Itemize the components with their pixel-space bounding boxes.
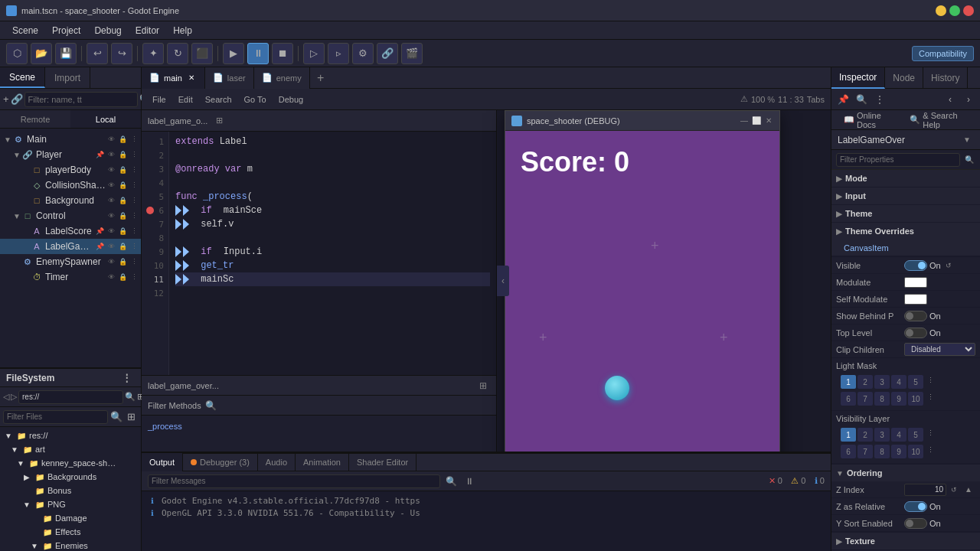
tab-output[interactable]: Output bbox=[142, 453, 183, 471]
showbehind-toggle[interactable] bbox=[904, 311, 927, 321]
tab-shader-editor[interactable]: Shader Editor bbox=[349, 453, 416, 471]
more-btn-ctrl[interactable]: ⋮ bbox=[129, 210, 139, 221]
fs-item-kenney[interactable]: ▼ 📁 kenney_space-shooter-re... bbox=[0, 456, 141, 470]
instance-button[interactable]: 🔗 bbox=[11, 91, 23, 108]
settings-button[interactable]: ⚙ bbox=[352, 43, 374, 64]
menu-help[interactable]: Help bbox=[167, 24, 198, 37]
fs-back[interactable]: ◁ bbox=[3, 392, 9, 402]
visibility-btn-ls[interactable]: 👁 bbox=[106, 226, 116, 236]
add-tab-button[interactable]: + bbox=[310, 67, 332, 89]
visibility-btn-lgo[interactable]: 👁 bbox=[106, 241, 116, 252]
vislayer-7[interactable]: 7 bbox=[858, 445, 873, 458]
rotate-button[interactable]: ↻ bbox=[167, 43, 188, 64]
lock-btn-pb[interactable]: 🔒 bbox=[117, 165, 128, 175]
vislayer-1[interactable]: 1 bbox=[841, 428, 856, 442]
search-help-btn[interactable]: 🔍 & Search Help bbox=[903, 109, 974, 131]
filter-prop-search[interactable]: 🔍 bbox=[963, 154, 975, 166]
tab-remote[interactable]: Remote bbox=[0, 110, 70, 128]
lightmask-7[interactable]: 7 bbox=[858, 392, 873, 406]
tree-item-player[interactable]: ▼ 🔗 Player 📌 👁 🔒 ⋮ bbox=[0, 147, 141, 162]
lightmask-2[interactable]: 2 bbox=[858, 375, 873, 389]
vislayer-8[interactable]: 8 bbox=[874, 445, 890, 458]
vislayer-5[interactable]: 5 bbox=[908, 428, 923, 442]
visibility-btn-main[interactable]: 👁 bbox=[106, 134, 116, 145]
debug-menu-btn[interactable]: Debug bbox=[274, 93, 308, 106]
section-header-texture[interactable]: ▶ Texture bbox=[831, 533, 980, 549]
online-docs-btn[interactable]: 📖 Online Docs bbox=[838, 109, 900, 131]
tab-animation[interactable]: Animation bbox=[296, 453, 349, 471]
vislayer-6[interactable]: 6 bbox=[841, 445, 856, 458]
tree-item-collisionShape[interactable]: ▶ ◇ CollisionShape2D 👁 🔒 ⋮ bbox=[0, 178, 141, 193]
open-scene-button[interactable]: 📂 bbox=[31, 43, 52, 64]
scale-button[interactable]: ⬛ bbox=[191, 43, 213, 64]
scene-filter-input[interactable] bbox=[24, 92, 138, 107]
toplevel-toggle[interactable] bbox=[904, 328, 927, 338]
inspector-options[interactable]: ⋮ bbox=[871, 91, 888, 108]
tree-item-labelGameOver[interactable]: ▶ A LabelGameOver 📌 👁 🔒 ⋮ bbox=[0, 239, 141, 254]
tab-inspector[interactable]: Inspector bbox=[831, 67, 885, 89]
pin-btn-ls[interactable]: 📌 bbox=[94, 226, 105, 236]
pin-btn-player[interactable]: 📌 bbox=[94, 149, 105, 160]
fs-filter-search[interactable]: 🔍 bbox=[109, 410, 123, 424]
vislayer-more-2[interactable]: ⋮ bbox=[925, 445, 936, 455]
tree-item-background[interactable]: ▶ □ Background 👁 🔒 ⋮ bbox=[0, 193, 141, 208]
tree-item-enemySpawner[interactable]: ▶ ⚙ EnemySpawner 👁 🔒 ⋮ bbox=[0, 254, 141, 269]
section-header-mode[interactable]: ▶ Mode bbox=[831, 170, 980, 187]
add-node-button[interactable]: + bbox=[3, 91, 9, 108]
modulate-color[interactable] bbox=[904, 277, 927, 288]
vislayer-10[interactable]: 10 bbox=[908, 445, 923, 458]
fs-filter-btn[interactable]: 🔍 bbox=[125, 390, 136, 404]
fs-path-input[interactable] bbox=[18, 390, 123, 404]
tab-debugger[interactable]: Debugger (3) bbox=[183, 453, 258, 471]
lightmask-10[interactable]: 10 bbox=[908, 392, 923, 406]
inspector-filter[interactable]: 🔍 bbox=[853, 91, 870, 108]
fs-item-res[interactable]: ▼ 📁 res:// bbox=[0, 429, 141, 442]
fs-item-png[interactable]: ▼ 📁 PNG bbox=[0, 497, 141, 511]
lock-btn-player[interactable]: 🔒 bbox=[117, 149, 128, 160]
game-minimize-btn[interactable]: — bbox=[740, 116, 749, 126]
fs-item-effects[interactable]: ▶ 📁 Effects bbox=[0, 525, 141, 539]
close-tab-main[interactable]: ✕ bbox=[186, 73, 197, 83]
menu-project[interactable]: Project bbox=[46, 24, 87, 37]
method-options[interactable]: ⊞ bbox=[476, 379, 490, 393]
clear-output-btn[interactable]: 🔍 bbox=[443, 474, 459, 489]
menu-scene[interactable]: Scene bbox=[6, 24, 44, 37]
search-menu-btn[interactable]: Search bbox=[201, 93, 237, 106]
ysortenabled-toggle[interactable] bbox=[904, 518, 927, 529]
tree-item-timer[interactable]: ▶ ⏱ Timer 👁 🔒 ⋮ bbox=[0, 269, 141, 285]
more-btn-main[interactable]: ⋮ bbox=[129, 134, 139, 145]
fs-item-bonus[interactable]: ▶ 📁 Bonus bbox=[0, 484, 141, 497]
visibility-btn-cs[interactable]: 👁 bbox=[106, 180, 116, 191]
fs-item-backgrounds[interactable]: ▶ 📁 Backgrounds bbox=[0, 470, 141, 484]
fs-item-art[interactable]: ▼ 📁 art bbox=[0, 442, 141, 456]
lightmask-5[interactable]: 5 bbox=[908, 375, 923, 389]
goto-menu-btn[interactable]: Go To bbox=[240, 93, 271, 106]
canvasitem-link[interactable]: CanvasItem bbox=[844, 243, 889, 253]
method-process[interactable]: _process bbox=[148, 419, 490, 434]
section-header-themeoverrides[interactable]: ▶ Theme Overrides bbox=[831, 223, 980, 240]
more-btn-pb[interactable]: ⋮ bbox=[129, 165, 139, 175]
inspector-pin[interactable]: 📌 bbox=[835, 91, 851, 108]
lightmask-8[interactable]: 8 bbox=[874, 392, 890, 406]
tab-audio[interactable]: Audio bbox=[258, 453, 296, 471]
filter-methods-search[interactable]: 🔍 bbox=[204, 399, 218, 412]
fs-filter-options[interactable]: ⊞ bbox=[125, 410, 139, 424]
menu-editor[interactable]: Editor bbox=[129, 24, 165, 37]
lightmask-more-1[interactable]: ⋮ bbox=[925, 375, 936, 386]
tab-scene[interactable]: Scene bbox=[0, 67, 45, 88]
editor-tab-enemy[interactable]: 📄 enemy bbox=[254, 67, 310, 89]
lightmask-1[interactable]: 1 bbox=[841, 375, 856, 389]
pin-btn-lgo[interactable]: 📌 bbox=[94, 241, 105, 252]
selfmodulate-color[interactable] bbox=[904, 294, 927, 305]
visibility-btn-player[interactable]: 👁 bbox=[106, 149, 116, 160]
visibility-btn-ctrl[interactable]: 👁 bbox=[106, 210, 116, 221]
file-menu-btn[interactable]: File bbox=[148, 93, 171, 106]
maximize-button[interactable] bbox=[949, 5, 960, 16]
compatibility-button[interactable]: Compatibility bbox=[912, 46, 974, 61]
section-header-theme[interactable]: ▶ Theme bbox=[831, 205, 980, 222]
class-dropdown[interactable]: ▼ bbox=[960, 133, 974, 147]
filter-messages-input[interactable] bbox=[148, 474, 440, 488]
save-scene-button[interactable]: 💾 bbox=[55, 43, 77, 64]
minimize-button[interactable] bbox=[936, 5, 946, 16]
visibility-btn-pb[interactable]: 👁 bbox=[106, 165, 116, 175]
